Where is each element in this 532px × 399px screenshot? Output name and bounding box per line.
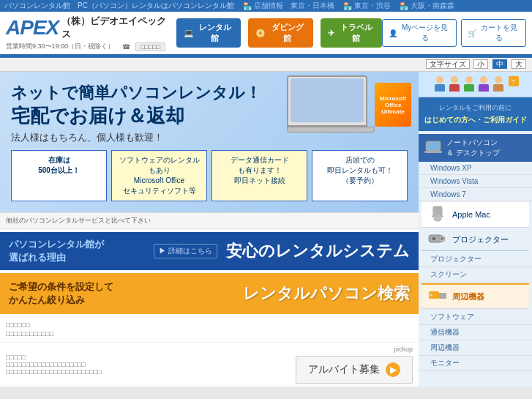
sidebar-projector-section: プロジェクター プロジェクター スクリーン bbox=[419, 228, 532, 283]
nav-buttons: 💻 レンタル館 📀 ダビング館 ✈ トラベル館 bbox=[176, 18, 383, 48]
sidebar-item-mac[interactable]: Apple Mac bbox=[422, 202, 529, 228]
sidebar-item-software[interactable]: ソフトウェア bbox=[419, 310, 532, 325]
cart-button[interactable]: 🛒 カートを見る bbox=[461, 19, 526, 47]
promo-left: パソコンレンタル館が 選ばれる理由 bbox=[9, 238, 104, 264]
person-icon-3 bbox=[462, 76, 476, 92]
sidebar-guide[interactable]: レンタルをご利用の前に はじめての方へ・ご利用ガイド bbox=[419, 97, 532, 131]
feature-stock: 在庫は500台以上！ bbox=[11, 150, 107, 201]
guide-link[interactable]: はじめての方へ・ご利用ガイド bbox=[423, 115, 528, 125]
font-size-label: 文字サイズ bbox=[426, 59, 470, 69]
sidebar-item-communication[interactable]: 通信機器 bbox=[419, 325, 532, 340]
feature-store: 店頭での即日レンタルも可！（要予約） bbox=[312, 150, 408, 201]
dubbing-hall-button[interactable]: 📀 ダビング館 bbox=[248, 18, 313, 48]
top-bar-text: パソコンレンタル館 PC（パソコン）レンタルはパソコンレンタル館 bbox=[4, 1, 234, 11]
font-size-bar: 文字サイズ 小 中 大 bbox=[0, 58, 532, 72]
info-text-1: 他社のパソコンレンタルサービスと比べて下さい bbox=[6, 216, 413, 225]
sidebar-item-winxp[interactable]: Windows XP bbox=[419, 162, 532, 175]
projector-label: プロジェクター bbox=[452, 234, 509, 245]
rental-hall-button[interactable]: 💻 レンタル館 bbox=[176, 18, 241, 48]
rental-icon: 💻 bbox=[184, 29, 194, 38]
logo[interactable]: APEX bbox=[6, 16, 59, 40]
top-bar: パソコンレンタル館 PC（パソコン）レンタルはパソコンレンタル館 🏪 店舗情報 … bbox=[0, 0, 532, 12]
dubbing-icon: 📀 bbox=[255, 29, 266, 38]
store-link-osaka[interactable]: 🏪 大阪・南森森 bbox=[400, 1, 454, 11]
recruit-label: アルバイト募集 bbox=[308, 363, 380, 376]
person-icon-2 bbox=[448, 76, 461, 92]
peripheral-label: 周辺機器 bbox=[452, 291, 484, 302]
store-link-tokyo[interactable]: 🏪 店舗情報 東京・日本橋 bbox=[243, 1, 334, 11]
travel-icon: ✈ bbox=[328, 29, 334, 38]
hero-banner: ネットで簡単パソコンレンタル！ 宅配でお届け＆返却 法人様はもちろん、個人様も歓… bbox=[0, 72, 419, 212]
sidebar: ? レンタルをご利用の前に はじめての方へ・ご利用ガイド ノートパソコン ＆ デ… bbox=[419, 72, 532, 387]
svg-rect-12 bbox=[439, 293, 446, 299]
font-size-small[interactable]: 小 bbox=[473, 59, 488, 69]
guide-pre-text: レンタルをご利用の前に bbox=[423, 103, 528, 113]
sidebar-item-monitor[interactable]: モニター bbox=[419, 356, 532, 371]
sidebar-item-projector-title[interactable]: プロジェクター bbox=[422, 228, 529, 251]
header-right-buttons: 👤 Myページを見る 🛒 カートを見る bbox=[382, 19, 526, 47]
svg-rect-4 bbox=[434, 207, 441, 215]
small-line-1: □□□□□□ bbox=[6, 321, 413, 329]
sidebar-peripheral-section: 周辺機器 ソフトウェア 通信機器 周辺機器 モニター bbox=[419, 283, 532, 371]
pickup-section: □□□□□ □□□□□□□□□□□□□□□□□□□□ □□□□□□□□□□□□□… bbox=[0, 343, 419, 387]
font-size-medium[interactable]: 中 bbox=[492, 59, 507, 69]
svg-rect-6 bbox=[432, 215, 443, 217]
sidebar-item-peripheral[interactable]: 周辺機器 bbox=[419, 340, 532, 356]
travel-hall-button[interactable]: ✈ トラベル館 bbox=[321, 18, 382, 48]
sidebar-item-projector[interactable]: プロジェクター bbox=[419, 252, 532, 267]
main-wrapper: ネットで簡単パソコンレンタル！ 宅配でお届け＆返却 法人様はもちろん、個人様も歓… bbox=[0, 72, 532, 387]
small-lines: □□□□□ □□□□□□□□□□□□□□□□□□□□ □□□□□□□□□□□□□… bbox=[6, 354, 101, 376]
recruit-arrow-icon: ▶ bbox=[386, 362, 400, 377]
svg-point-9 bbox=[441, 237, 444, 241]
small-content: □□□□□□ □□□□□□□□□□□□ bbox=[0, 317, 419, 343]
search-left: ご希望の条件を設定して かんたん絞り込み bbox=[9, 280, 113, 307]
company-name: （株）ビデオエイペックス bbox=[61, 15, 168, 41]
svg-rect-1 bbox=[427, 142, 440, 150]
svg-point-13 bbox=[430, 294, 432, 297]
guide-icon: ? bbox=[509, 76, 519, 86]
small-line-2: □□□□□□□□□□□□ bbox=[6, 330, 413, 338]
laptop-icon bbox=[424, 141, 442, 155]
logo-area: APEX （株）ビデオエイペックス 営業時間9:30〜19:00（日・祝除く） … bbox=[6, 15, 169, 51]
office-box-illustration: MicrosoftOfficeUltimate bbox=[375, 83, 411, 127]
info-bar: 他社のパソコンレンタルサービスと比べて下さい bbox=[0, 212, 419, 229]
business-hours: 営業時間9:30〜19:00（日・祝除く） ☎ □□□□□ bbox=[6, 42, 169, 51]
svg-rect-2 bbox=[424, 151, 442, 153]
font-size-large[interactable]: 大 bbox=[512, 59, 526, 69]
person-icon-5 bbox=[492, 76, 505, 92]
feature-data: データ通信カードも有ります！即日ネット接続 bbox=[211, 150, 307, 201]
search-bar[interactable]: ご希望の条件を設定して かんたん絞り込み レンタルパソコン検索 bbox=[0, 273, 419, 314]
laptop-illustration bbox=[287, 75, 375, 141]
my-page-button[interactable]: 👤 Myページを見る bbox=[382, 19, 457, 47]
sidebar-item-winvista[interactable]: Windows Vista bbox=[419, 175, 532, 188]
projector-icon bbox=[427, 232, 448, 247]
cart-icon: 🛒 bbox=[468, 29, 476, 37]
person-icon-4 bbox=[477, 76, 490, 92]
peripheral-icon bbox=[427, 288, 448, 305]
person-icon: 👤 bbox=[389, 29, 397, 37]
mac-icon bbox=[427, 206, 448, 223]
promo-bar: パソコンレンタル館が 選ばれる理由 ▶ 詳細はこちら 安心のレンタルシステム bbox=[0, 232, 419, 270]
content-area: ネットで簡単パソコンレンタル！ 宅配でお届け＆返却 法人様はもちろん、個人様も歓… bbox=[0, 72, 419, 387]
sidebar-item-win7[interactable]: Windows 7 bbox=[419, 188, 532, 201]
sidebar-pc-section: ノートパソコン ＆ デスクトップ Windows XP Windows Vist… bbox=[419, 134, 532, 201]
search-right-text: レンタルパソコン検索 bbox=[243, 283, 410, 305]
recruit-button[interactable]: アルバイト募集 ▶ bbox=[296, 356, 413, 384]
pickup-label: pickup bbox=[394, 346, 413, 353]
header: APEX （株）ビデオエイペックス 営業時間9:30〜19:00（日・祝除く） … bbox=[0, 12, 532, 58]
store-link-shibuya[interactable]: 🏪 東京・渋谷 bbox=[343, 1, 391, 11]
sidebar-peripheral-title[interactable]: 周辺機器 bbox=[422, 283, 529, 309]
svg-rect-10 bbox=[432, 237, 435, 240]
mac-label: Apple Mac bbox=[452, 210, 490, 219]
sidebar-people-icons: ? bbox=[419, 72, 532, 97]
promo-right-text: 安心のレンタルシステム bbox=[226, 240, 410, 262]
feature-software: ソフトウェアのレンタルもありMicrosoft Officeセキュリティソフト等 bbox=[111, 150, 207, 201]
hero-features: 在庫は500台以上！ ソフトウェアのレンタルもありMicrosoft Offic… bbox=[11, 150, 408, 201]
sidebar-pc-title[interactable]: ノートパソコン ＆ デスクトップ bbox=[419, 134, 532, 162]
sidebar-item-screen[interactable]: スクリーン bbox=[419, 267, 532, 283]
promo-detail-link[interactable]: ▶ 詳細はこちら bbox=[154, 244, 217, 258]
person-icon-1 bbox=[433, 76, 446, 92]
